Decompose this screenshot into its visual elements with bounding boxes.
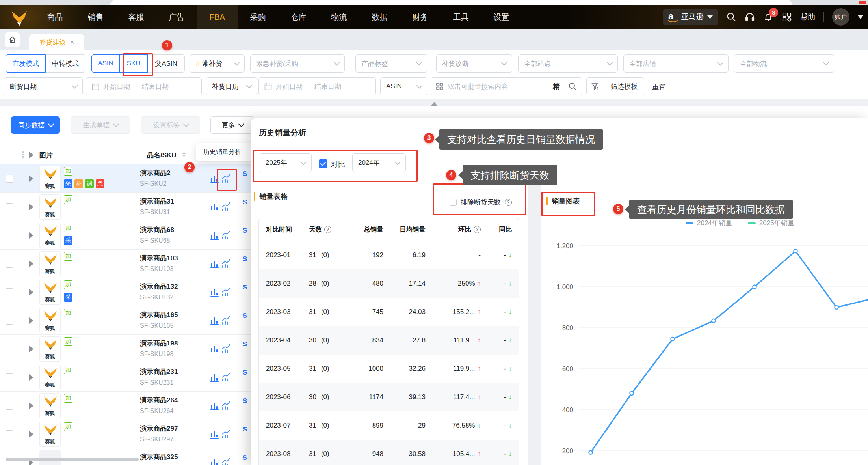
expand-all-caret[interactable] xyxy=(29,152,33,158)
sort-icon[interactable] xyxy=(182,152,186,157)
headset-icon[interactable] xyxy=(745,12,755,22)
bar-chart-icon[interactable] xyxy=(210,174,219,183)
trend-chart-icon[interactable] xyxy=(221,430,231,439)
expand-caret[interactable] xyxy=(29,232,33,239)
sync-data-button[interactable]: 同步数据 xyxy=(11,116,60,134)
select-all-checkbox[interactable] xyxy=(6,151,13,159)
sku-link[interactable]: S xyxy=(243,340,247,348)
oos-date-select[interactable]: 断货日期 xyxy=(4,77,83,95)
notifications[interactable]: 8 xyxy=(763,12,773,22)
expand-caret[interactable] xyxy=(29,289,33,295)
bar-chart-icon[interactable] xyxy=(210,202,219,212)
expand-caret[interactable] xyxy=(29,317,33,324)
apps-grid-icon[interactable] xyxy=(782,12,792,22)
expand-caret[interactable] xyxy=(29,176,33,182)
reset-button[interactable]: 重置 xyxy=(652,82,665,92)
help-circle-icon[interactable]: ? xyxy=(505,199,512,206)
nav-item-工具[interactable]: 工具 xyxy=(441,5,481,29)
data-point[interactable] xyxy=(753,285,756,289)
search-icon[interactable] xyxy=(568,82,577,91)
sku-link[interactable]: S xyxy=(243,454,247,462)
expand-caret[interactable] xyxy=(29,261,33,267)
urgent-select[interactable]: 紧急补货/采购 xyxy=(250,54,345,73)
nav-item-数据[interactable]: 数据 xyxy=(359,5,400,29)
trend-chart-icon[interactable] xyxy=(221,288,231,297)
nav-item-商品[interactable]: 商品 xyxy=(35,5,75,29)
trend-chart-icon[interactable] xyxy=(221,401,231,411)
data-point[interactable] xyxy=(835,306,838,309)
mode-direct[interactable]: 直发模式 xyxy=(6,54,46,73)
help-link[interactable]: 帮助 xyxy=(800,12,815,22)
chevron-down-icon[interactable] xyxy=(858,15,863,19)
data-point[interactable] xyxy=(671,337,675,341)
nav-item-设置[interactable]: 设置 xyxy=(481,5,522,29)
data-point[interactable] xyxy=(630,392,634,395)
sku-link[interactable]: S xyxy=(243,397,247,405)
sku-link[interactable]: S xyxy=(243,426,247,433)
compare-checkbox[interactable] xyxy=(319,159,327,168)
row-checkbox[interactable] xyxy=(6,345,13,353)
granularity-asin[interactable]: ASIN xyxy=(91,54,120,73)
data-point[interactable] xyxy=(589,451,593,454)
menu-item-history-sales[interactable]: 历史销量分析 xyxy=(196,143,255,161)
calendar-date-range[interactable]: 开始日期 ~ 结束日期 xyxy=(258,77,376,95)
bar-chart-icon[interactable] xyxy=(210,344,219,354)
expand-caret[interactable] xyxy=(29,431,33,437)
replenish-type-select[interactable]: 正常补货 xyxy=(190,54,245,73)
row-checkbox[interactable] xyxy=(6,175,13,183)
column-settings-icon[interactable]: ⋮ xyxy=(19,151,27,159)
legend-item[interactable]: 2024年销量 xyxy=(686,218,732,228)
granularity-sku[interactable]: SKU xyxy=(119,54,148,73)
help-circle-icon[interactable]: ? xyxy=(324,226,331,233)
trend-chart-icon[interactable] xyxy=(221,259,231,269)
trend-chart-icon[interactable] xyxy=(221,174,231,183)
nav-item-客服[interactable]: 客服 xyxy=(116,5,156,29)
exact-match-toggle[interactable]: 精 xyxy=(553,82,560,91)
search-input[interactable]: 双击可批量搜索内容 xyxy=(448,82,549,91)
exclude-oos-checkbox[interactable] xyxy=(450,199,457,206)
nav-item-仓库[interactable]: 仓库 xyxy=(278,5,319,29)
bar-chart-icon[interactable] xyxy=(210,259,219,269)
row-checkbox[interactable] xyxy=(6,288,13,296)
logistics-select[interactable]: 全部物流 xyxy=(734,54,834,73)
oos-date-range[interactable]: 开始日期 ~ 结束日期 xyxy=(86,77,202,95)
bar-chart-icon[interactable] xyxy=(210,373,219,382)
calendar-select[interactable]: 补货日历 xyxy=(206,77,257,95)
bar-chart-icon[interactable] xyxy=(210,231,219,240)
nav-item-销售[interactable]: 销售 xyxy=(75,5,116,29)
marketplace-selector[interactable]: a 亚马逊 xyxy=(663,9,718,25)
sku-link[interactable]: S xyxy=(243,170,247,178)
nav-item-FBA[interactable]: FBA xyxy=(197,5,238,29)
bar-chart-icon[interactable] xyxy=(210,288,219,297)
batch-grid-icon[interactable] xyxy=(436,82,444,90)
collapse-filters-arrow[interactable] xyxy=(431,102,438,106)
tab-replenishment[interactable]: 补货建议 × xyxy=(29,34,84,50)
granularity-parent-asin[interactable]: 父ASIN xyxy=(147,54,185,73)
bar-chart-icon[interactable] xyxy=(210,401,219,411)
nav-item-广告[interactable]: 广告 xyxy=(156,5,197,29)
data-point[interactable] xyxy=(712,319,716,323)
expand-caret[interactable] xyxy=(29,374,33,381)
account-button[interactable]: 账户 xyxy=(832,8,849,26)
row-checkbox[interactable] xyxy=(6,373,13,381)
trend-chart-icon[interactable] xyxy=(221,458,231,465)
bar-chart-icon[interactable] xyxy=(210,458,219,465)
data-point[interactable] xyxy=(794,249,797,253)
site-select[interactable]: 全部站点 xyxy=(518,54,618,73)
sku-link[interactable]: S xyxy=(243,284,247,291)
product-tag-select[interactable]: 产品标签 xyxy=(355,54,427,73)
bar-chart-icon[interactable] xyxy=(210,430,219,439)
trend-chart-icon[interactable] xyxy=(221,202,231,212)
bar-chart-icon[interactable] xyxy=(210,316,219,325)
row-checkbox[interactable] xyxy=(6,402,13,410)
set-tag-button[interactable]: 设置标签 xyxy=(141,116,200,134)
nav-item-物流[interactable]: 物流 xyxy=(319,5,359,29)
more-button[interactable]: 更多 xyxy=(210,116,255,134)
sku-link[interactable]: S xyxy=(243,369,247,377)
expand-caret[interactable] xyxy=(29,403,33,409)
funnel-button[interactable] xyxy=(587,78,604,95)
help-circle-icon[interactable]: ? xyxy=(474,226,481,233)
asin-select[interactable]: ASIN xyxy=(380,77,427,95)
expand-caret[interactable] xyxy=(29,204,33,210)
diagnosis-select[interactable]: 补货诊断 xyxy=(436,54,512,73)
